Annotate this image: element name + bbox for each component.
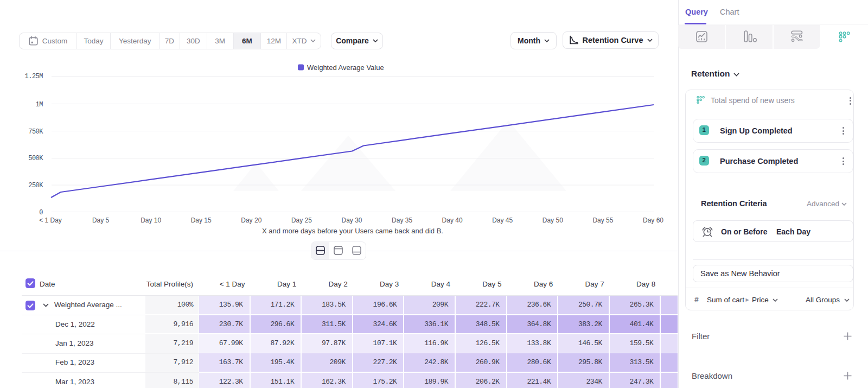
svg-text:< 1 Day: < 1 Day — [39, 217, 62, 224]
svg-text:Day 25: Day 25 — [291, 217, 312, 224]
svg-text:1M: 1M — [36, 101, 43, 109]
svg-text:Day 10: Day 10 — [141, 217, 161, 224]
svg-text:Day 35: Day 35 — [392, 217, 412, 224]
svg-text:750K: 750K — [28, 128, 43, 136]
svg-text:0: 0 — [39, 209, 43, 217]
svg-text:Day 45: Day 45 — [492, 217, 513, 224]
svg-text:500K: 500K — [28, 155, 43, 162]
svg-text:Day 5: Day 5 — [92, 217, 110, 224]
svg-text:Day 50: Day 50 — [542, 217, 563, 224]
svg-text:Weighted Average Value: Weighted Average Value — [307, 63, 384, 72]
svg-text:250K: 250K — [28, 182, 43, 189]
svg-text:Day 60: Day 60 — [643, 217, 663, 224]
svg-text:Day 20: Day 20 — [241, 217, 261, 224]
svg-text:1.25M: 1.25M — [24, 73, 43, 80]
svg-text:Day 30: Day 30 — [341, 217, 362, 224]
svg-text:Day 15: Day 15 — [191, 217, 212, 224]
svg-text:Day 40: Day 40 — [442, 217, 463, 224]
svg-text:Day 55: Day 55 — [592, 217, 613, 224]
